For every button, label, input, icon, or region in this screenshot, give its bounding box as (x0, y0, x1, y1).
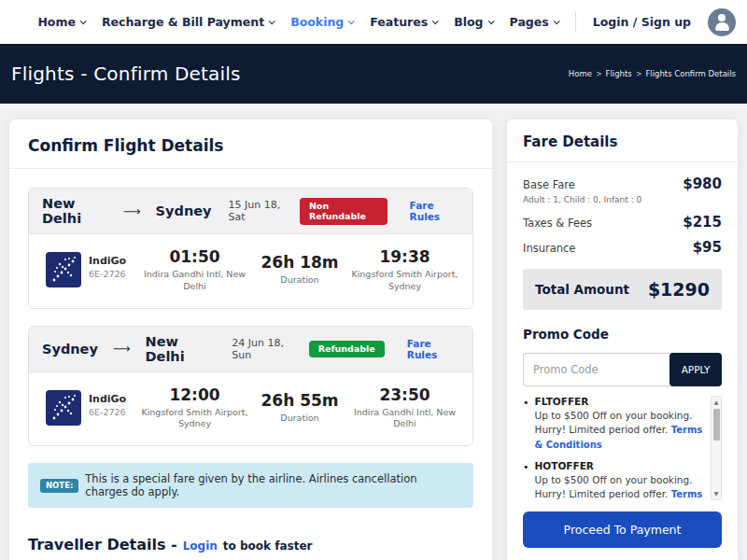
indigo-airline-logo-icon (46, 390, 81, 426)
flight-date: 24 Jun 18, Sun (232, 337, 299, 361)
total-amount-value: $1290 (648, 279, 710, 300)
refund-status-badge: Non Refundable (300, 198, 388, 225)
breadcrumb-home[interactable]: Home (569, 69, 592, 78)
breadcrumb: Home > Flights > Flights Confirm Details (569, 69, 736, 78)
base-fare-value: $980 (683, 175, 722, 192)
departure-time: 12:00 (136, 385, 253, 404)
scroll-down-icon[interactable]: ▼ (714, 489, 719, 498)
origin-city: New Delhi (42, 196, 108, 226)
chevron-down-icon (80, 18, 87, 24)
duration-value: 26h 55m (253, 391, 346, 410)
chevron-down-icon (487, 18, 494, 24)
insurance-label: Insurance (523, 242, 575, 255)
duration-label: Duration (253, 413, 346, 425)
base-fare-label: Base Fare (523, 178, 575, 191)
offer-code: HOTOFFER (535, 460, 708, 471)
breadcrumb-current: Flights Confirm Details (645, 69, 736, 78)
nav-divider (575, 12, 576, 33)
offer-description: Up to $500 Off on your booking. Hurry! L… (535, 473, 708, 500)
total-amount-box: Total Amount $1290 (523, 269, 722, 310)
breadcrumb-separator: > (636, 70, 642, 78)
login-link[interactable]: Login (183, 539, 218, 553)
flight-segment-return: Sydney ⟶ New Delhi 24 Jun 18, Sun Refund… (28, 326, 473, 447)
route-arrow-icon: ⟶ (118, 204, 147, 218)
chevron-down-icon (553, 18, 559, 24)
fare-rules-link[interactable]: Fare Rules (407, 338, 459, 360)
nav-item-booking[interactable]: Booking (290, 15, 353, 29)
insurance-row: Insurance $95 (523, 239, 722, 256)
duration-label: Duration (253, 274, 346, 287)
segment-header: Sydney ⟶ New Delhi 24 Jun 18, Sun Refund… (29, 327, 472, 372)
promo-code-input[interactable] (523, 353, 672, 386)
nav-item-label: Recharge & Bill Payment (102, 15, 264, 29)
page-title: Flights - Confirm Details (11, 63, 241, 85)
login-signup-link[interactable]: Login / Sign up (593, 15, 691, 29)
nav-item-home[interactable]: Home (37, 15, 85, 29)
taxes-fees-row: Taxes & Fees $215 (523, 214, 722, 231)
chevron-down-icon (348, 18, 355, 24)
destination-city: New Delhi (146, 334, 216, 364)
departure-time: 01:50 (136, 247, 253, 266)
promo-offers-list: • FLTOFFER Up to $500 Off on your bookin… (523, 396, 722, 500)
bullet-icon: • (523, 396, 529, 452)
flight-details-row: IndiGo 6E-2726 12:00 Kingsford Smith Air… (29, 372, 472, 446)
nav-item-recharge-bill-payment[interactable]: Recharge & Bill Payment (102, 15, 274, 29)
taxes-fees-label: Taxes & Fees (523, 217, 592, 230)
total-amount-label: Total Amount (535, 282, 629, 297)
departure-airport: Indira Gandhi Intl, New Delhi (136, 269, 253, 293)
insurance-value: $95 (693, 239, 722, 256)
offer-text: Up to $500 Off on your booking. Hurry! L… (535, 474, 693, 499)
flight-number: 6E-2726 (89, 269, 126, 279)
breadcrumb-flights[interactable]: Flights (606, 69, 632, 78)
flight-date: 15 Jun 18, Sat (229, 199, 290, 223)
chevron-down-icon (269, 18, 275, 24)
fare-rules-link[interactable]: Fare Rules (410, 200, 459, 222)
promo-offer-fltoffer: • FLTOFFER Up to $500 Off on your bookin… (523, 396, 707, 452)
nav-item-label: Home (37, 15, 76, 29)
nav-item-pages[interactable]: Pages (510, 15, 558, 29)
nav-item-label: Blog (454, 15, 483, 29)
airline-name: IndiGo (89, 252, 126, 267)
bullet-icon: • (523, 460, 529, 500)
user-avatar-icon[interactable] (708, 8, 736, 36)
destination-city: Sydney (156, 203, 212, 218)
segment-header: New Delhi ⟶ Sydney 15 Jun 18, Sat Non Re… (29, 189, 472, 234)
apply-promo-button[interactable]: APPLY (669, 353, 722, 386)
airline-name: IndiGo (89, 390, 126, 405)
refund-status-badge: Refundable (309, 341, 385, 357)
promo-code-title: Promo Code (523, 327, 722, 342)
proceed-to-payment-button[interactable]: Proceed To Payment (523, 511, 722, 548)
nav-item-label: Pages (510, 15, 549, 29)
confirm-flight-card: Confirm Flight Details New Delhi ⟶ Sydne… (9, 119, 492, 560)
breadcrumb-separator: > (596, 70, 602, 78)
indigo-airline-logo-icon (46, 252, 81, 287)
note-badge: NOTE: (40, 479, 78, 493)
book-faster-text: to book faster (223, 539, 313, 553)
offer-code: FLTOFFER (535, 396, 708, 407)
duration-value: 26h 18m (253, 253, 346, 272)
offers-scrollbar[interactable]: ▲ ▼ (711, 396, 722, 500)
scrollbar-thumb[interactable] (713, 409, 720, 441)
scroll-up-icon[interactable]: ▲ (714, 398, 719, 407)
arrival-time: 23:50 (346, 385, 463, 404)
top-navbar: Home Recharge & Bill Payment Booking Fea… (0, 0, 747, 44)
arrival-airport: Indira Gandhi Intl, New Delhi (346, 407, 463, 431)
special-fare-note: NOTE: This is a special fare given by th… (28, 463, 473, 508)
route-arrow-icon: ⟶ (107, 342, 136, 356)
chevron-down-icon (432, 18, 439, 24)
content-area: Confirm Flight Details New Delhi ⟶ Sydne… (0, 104, 747, 560)
offer-description: Up to $500 Off on your booking. Hurry! L… (535, 409, 708, 452)
arrival-time: 19:38 (346, 247, 463, 266)
arrival-airport: Kingsford Smith Airport, Sydney (346, 269, 463, 293)
nav-item-label: Features (370, 15, 428, 29)
confirm-flight-title: Confirm Flight Details (9, 119, 492, 168)
nav-item-features[interactable]: Features (370, 15, 437, 29)
base-fare-row: Base Fare $980 (523, 175, 722, 192)
flight-number: 6E-2726 (89, 407, 126, 417)
scrollbar-track[interactable] (712, 407, 721, 489)
passenger-breakdown: Adult : 1, Child : 0, Infant : 0 (523, 195, 722, 204)
nav-item-blog[interactable]: Blog (454, 15, 492, 29)
traveller-details-title: Traveller Details - (28, 536, 177, 553)
flight-segment-outbound: New Delhi ⟶ Sydney 15 Jun 18, Sat Non Re… (28, 188, 473, 309)
flight-details-row: IndiGo 6E-2726 01:50 Indira Gandhi Intl,… (29, 234, 472, 308)
